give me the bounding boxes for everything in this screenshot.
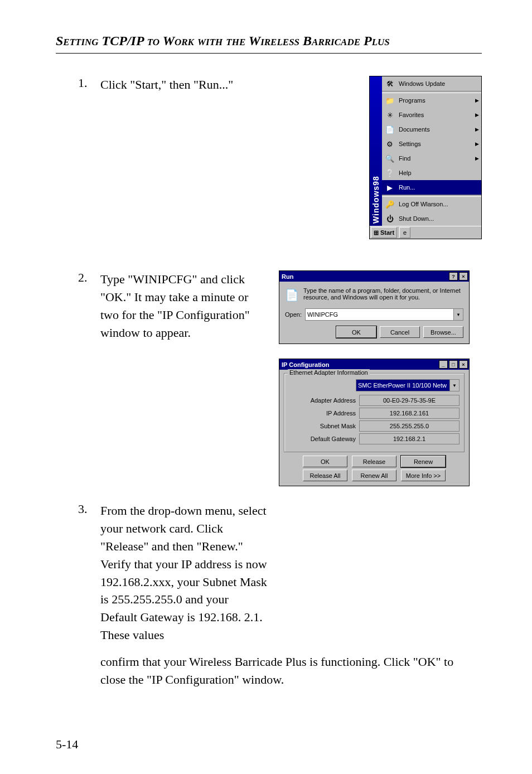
steps-list: 1. Click "Start," then "Run..." Windows9… (56, 76, 482, 644)
submenu-arrow-icon: ▶ (475, 98, 479, 103)
close-button[interactable]: × (459, 360, 468, 369)
menu-programs[interactable]: 📁 Programs ▶ (382, 93, 481, 108)
help-button[interactable]: ? (449, 272, 458, 280)
menu-label: Help (399, 170, 412, 176)
step-2: 2. Type "WINIPCFG" and click "OK." It ma… (78, 270, 482, 486)
windows-update-icon: 🛠 (384, 78, 395, 89)
step-3-continuation: confirm that your Wireless Barricade Plu… (100, 653, 457, 689)
menu-label: Log Off Wlarson... (399, 201, 448, 207)
step-1: 1. Click "Start," then "Run..." Windows9… (78, 76, 482, 255)
documents-icon: 📄 (384, 124, 395, 135)
shutdown-icon: ⏻ (384, 213, 395, 224)
page: Setting TCP/IP to Work with the Wireless… (0, 0, 532, 774)
run-ok-button[interactable]: OK (336, 326, 376, 338)
ipc-gw-label: Default Gateway (289, 436, 359, 442)
ipc-group-title: Ethernet Adapter Information (288, 369, 370, 376)
ipc-ok-button[interactable]: OK (303, 456, 347, 467)
ipc-mask-value: 255.255.255.0 (359, 420, 460, 432)
ipc-adapter-value: 00-E0-29-75-35-9E (359, 395, 460, 406)
start-menu-list: 🛠 Windows Update 📁 Programs ▶ (382, 76, 481, 226)
start-button-label: Start (380, 229, 394, 236)
ipc-titlebar: IP Configuration _ □ × (279, 359, 469, 370)
ipc-adapter-label: Adapter Address (289, 397, 359, 404)
menu-label: Settings (399, 141, 421, 147)
programs-icon: 📁 (384, 95, 395, 106)
start-button[interactable]: ⊞ Start (371, 227, 397, 238)
ipc-ip-value: 192.168.2.161 (359, 408, 460, 419)
menu-help[interactable]: ❔ Help (382, 166, 481, 180)
menu-find[interactable]: 🔍 Find ▶ (382, 151, 481, 166)
help-icon: ❔ (384, 167, 395, 178)
menu-label: Shut Down... (399, 215, 434, 222)
run-title: Run (282, 273, 293, 280)
page-title: Setting TCP/IP to Work with the Wireless… (56, 33, 482, 49)
find-icon: 🔍 (384, 153, 395, 164)
step-number: 3. (78, 502, 100, 516)
run-cancel-button[interactable]: Cancel (380, 326, 420, 338)
favorites-icon: ✳ (384, 109, 395, 120)
ip-configuration-dialog: IP Configuration _ □ × Ethernet Adapter … (279, 359, 470, 486)
menu-label: Find (399, 155, 410, 162)
menu-windows-update[interactable]: 🛠 Windows Update (382, 76, 481, 91)
ipc-release-all-button[interactable]: Release All (303, 470, 347, 481)
run-open-input[interactable] (305, 308, 453, 321)
menu-label: Run... (399, 184, 415, 191)
menu-run[interactable]: ▶ Run... (382, 180, 481, 195)
step-text: From the drop-down menu, select your net… (100, 502, 268, 644)
run-message: Type the name of a program, folder, docu… (303, 287, 463, 301)
run-open-label: Open: (285, 311, 302, 318)
ipc-release-button[interactable]: Release (352, 456, 396, 467)
menu-settings[interactable]: ⚙ Settings ▶ (382, 137, 481, 151)
menu-logoff[interactable]: 🔑 Log Off Wlarson... (382, 197, 481, 211)
ipc-more-info-button[interactable]: More Info >> (401, 470, 446, 481)
taskbar: ⊞ Start e (370, 226, 481, 239)
submenu-arrow-icon: ▶ (475, 127, 479, 132)
run-dialog-icon: 📄 (285, 287, 299, 303)
close-button[interactable]: × (459, 272, 468, 280)
menu-label: Windows Update (399, 80, 445, 87)
ipc-title: IP Configuration (282, 361, 329, 368)
start-menu-side-label: Windows98 (370, 76, 382, 226)
ipc-nic-select[interactable] (356, 379, 449, 391)
windows-logo-icon: ⊞ (374, 229, 379, 236)
menu-favorites[interactable]: ✳ Favorites ▶ (382, 108, 481, 122)
run-dialog: Run ? × 📄 Type the name of a program, fo… (279, 270, 470, 344)
run-titlebar: Run ? × (279, 271, 469, 282)
ipc-renew-all-button[interactable]: Renew All (352, 470, 396, 481)
step-number: 2. (78, 270, 100, 285)
run-browse-button[interactable]: Browse... (423, 326, 463, 338)
step-text: Click "Start," then "Run..." (100, 76, 358, 94)
ipc-renew-button[interactable]: Renew (401, 456, 446, 467)
menu-label: Documents (399, 126, 430, 133)
ipc-ethernet-group: Ethernet Adapter Information ▼ Adapter A… (284, 373, 465, 452)
ipc-ip-label: IP Address (289, 410, 359, 417)
step-3: 3. From the drop-down menu, select your … (78, 502, 482, 644)
submenu-arrow-icon: ▶ (475, 141, 479, 147)
maximize-button[interactable]: □ (449, 360, 458, 369)
page-number: 5-14 (56, 737, 78, 752)
ipc-mask-label: Subnet Mask (289, 423, 359, 429)
step-number: 1. (78, 76, 100, 90)
taskbar-quicklaunch-icon[interactable]: e (399, 227, 410, 238)
menu-documents[interactable]: 📄 Documents ▶ (382, 122, 481, 137)
submenu-arrow-icon: ▶ (475, 112, 479, 118)
run-icon: ▶ (384, 182, 395, 193)
menu-shutdown[interactable]: ⏻ Shut Down... (382, 211, 481, 226)
dropdown-arrow-icon[interactable]: ▼ (453, 308, 463, 321)
logoff-icon: 🔑 (384, 199, 395, 210)
menu-label: Programs (399, 97, 425, 104)
submenu-arrow-icon: ▶ (475, 156, 479, 161)
menu-label: Favorites (399, 112, 424, 118)
dropdown-arrow-icon[interactable]: ▼ (449, 379, 460, 391)
title-rule (56, 53, 482, 54)
step-text: Type "WINIPCFG" and click "OK." It may t… (100, 270, 268, 342)
ipc-gw-value: 192.168.2.1 (359, 433, 460, 444)
start-menu: Windows98 🛠 Windows Update 📁 (369, 76, 482, 239)
minimize-button[interactable]: _ (439, 360, 448, 369)
settings-icon: ⚙ (384, 138, 395, 149)
